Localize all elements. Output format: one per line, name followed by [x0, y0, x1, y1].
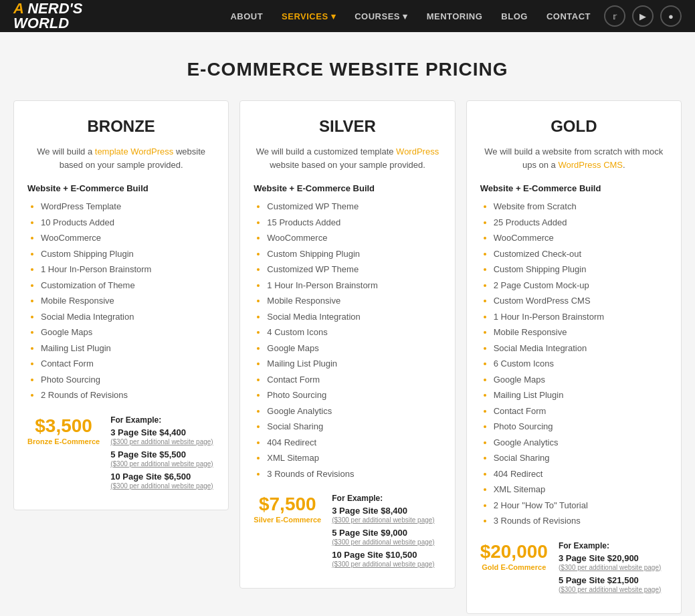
- nav-contact[interactable]: CONTACT: [547, 11, 591, 21]
- bronze-card: BRONZE We will build a template WordPres…: [13, 100, 229, 510]
- bronze-price-sub-2: ($300 per additional website page): [110, 460, 215, 468]
- gold-title: GOLD: [480, 117, 668, 136]
- gold-section-header: Website + E-Commerce Build: [480, 183, 668, 193]
- list-item: 1 Hour In-Person Brainstorm: [494, 310, 668, 324]
- pricing-grid: BRONZE We will build a template WordPres…: [0, 100, 695, 616]
- list-item: Google Maps: [494, 373, 668, 387]
- gold-price-main: $20,000 Gold E-Commerce: [480, 541, 548, 572]
- list-item: 404 Redirect: [494, 468, 668, 481]
- twitter-icon[interactable]: 𝕣: [604, 5, 625, 27]
- list-item: Google Maps: [267, 342, 441, 355]
- bronze-price-label: Bronze E-Commerce: [27, 437, 100, 446]
- bronze-section-header: Website + E-Commerce Build: [27, 183, 215, 193]
- list-item: Customized WP Theme: [267, 200, 441, 213]
- gold-card: GOLD We will build a website from scratc…: [466, 100, 682, 614]
- silver-card: SILVER We will build a customized templa…: [239, 100, 455, 589]
- list-item: 15 Products Added: [267, 216, 441, 229]
- list-item: Custom WordPress CMS: [494, 294, 668, 308]
- silver-price-sub-1: ($300 per additional website page): [332, 516, 441, 524]
- silver-desc: We will build a customized template Word…: [254, 145, 441, 171]
- bronze-pricing: $3,500 Bronze E-Commerce For Example: 3 …: [27, 415, 215, 494]
- site-logo[interactable]: A NERD'SWORLD: [13, 1, 82, 31]
- list-item: WooCommerce: [267, 231, 441, 245]
- list-item: Mobile Responsive: [267, 294, 441, 308]
- list-item: XML Sitemap: [494, 483, 668, 496]
- list-item: Contact Form: [267, 373, 441, 387]
- silver-desc-link[interactable]: WordPress: [396, 146, 439, 157]
- list-item: Contact Form: [41, 357, 215, 371]
- bronze-price-examples: For Example: 3 Page Site $4,400 ($300 pe…: [110, 415, 215, 494]
- silver-price-main: $7,500 Silver E-Commerce: [254, 494, 321, 524]
- bronze-desc: We will build a template WordPress websi…: [27, 145, 215, 171]
- bronze-price-row-2: 5 Page Site $5,500: [110, 449, 215, 459]
- instagram-icon[interactable]: ●: [660, 5, 682, 27]
- list-item: Mobile Responsive: [494, 326, 668, 339]
- gold-desc-link[interactable]: WordPress CMS: [558, 160, 623, 170]
- nav-services[interactable]: SERVICES ▾: [282, 11, 336, 21]
- list-item: 1 Hour In-Person Brainstorm: [267, 279, 441, 292]
- social-icons: 𝕣 ▶ ●: [604, 5, 682, 27]
- bronze-price-sub-1: ($300 per additional website page): [110, 438, 215, 445]
- list-item: Customized Check-out: [494, 247, 668, 261]
- gold-price-label: Gold E-Commerce: [480, 562, 548, 572]
- nav-blog[interactable]: BLOG: [501, 11, 528, 21]
- bronze-for-example: For Example:: [110, 415, 215, 425]
- bronze-feature-list: WordPress Template 10 Products Added Woo…: [27, 200, 215, 402]
- list-item: Customization of Theme: [41, 279, 215, 292]
- silver-pricing: $7,500 Silver E-Commerce For Example: 3 …: [254, 494, 441, 572]
- list-item: XML Sitemap: [267, 451, 441, 465]
- navbar: A NERD'SWORLD ABOUT SERVICES ▾ COURSES ▾…: [0, 0, 695, 32]
- list-item: Mailing List Plugin: [494, 389, 668, 402]
- list-item: Mailing List Plugin: [267, 357, 441, 371]
- list-item: 1 Hour In-Person Brainstorm: [41, 263, 215, 276]
- list-item: 3 Rounds of Revisions: [494, 514, 668, 528]
- list-item: Google Analytics: [267, 405, 441, 418]
- list-item: 4 Custom Icons: [267, 326, 441, 339]
- list-item: 404 Redirect: [267, 436, 441, 449]
- list-item: Social Media Integration: [267, 310, 441, 324]
- nav-courses[interactable]: COURSES ▾: [355, 11, 407, 21]
- list-item: WooCommerce: [494, 231, 668, 245]
- silver-price-row-2: 5 Page Site $9,000: [332, 528, 441, 538]
- nav-about[interactable]: ABOUT: [230, 11, 263, 21]
- list-item: WordPress Template: [41, 200, 215, 213]
- list-item: 25 Products Added: [494, 216, 668, 229]
- list-item: 2 Rounds of Revisions: [41, 389, 215, 402]
- list-item: Website from Scratch: [494, 200, 668, 213]
- youtube-icon[interactable]: ▶: [632, 5, 654, 27]
- list-item: Contact Form: [494, 405, 668, 418]
- gold-feature-list: Website from Scratch 25 Products Added W…: [480, 200, 668, 528]
- silver-feature-list: Customized WP Theme 15 Products Added Wo…: [254, 200, 441, 480]
- nav-mentoring[interactable]: MENTORING: [427, 11, 483, 21]
- silver-price-examples: For Example: 3 Page Site $8,400 ($300 pe…: [332, 494, 441, 572]
- list-item: Photo Sourcing: [494, 420, 668, 433]
- list-item: Custom Shipping Plugin: [267, 247, 441, 261]
- gold-for-example: For Example:: [559, 541, 668, 550]
- gold-price-sub-1: ($300 per additional website page): [559, 564, 668, 571]
- silver-price-amount: $7,500: [254, 494, 321, 515]
- list-item: 2 Hour "How To" Tutorial: [494, 499, 668, 512]
- list-item: 3 Rounds of Revisions: [267, 468, 441, 481]
- bronze-title: BRONZE: [27, 117, 215, 136]
- gold-desc: We will build a website from scratch wit…: [480, 145, 668, 171]
- silver-price-row-3: 10 Page Site $10,500: [332, 550, 441, 560]
- list-item: Google Analytics: [494, 436, 668, 449]
- gold-price-examples: For Example: 3 Page Site $20,900 ($300 p…: [559, 541, 668, 597]
- bronze-price-amount: $3,500: [27, 415, 100, 437]
- list-item: WooCommerce: [41, 231, 215, 245]
- silver-price-label: Silver E-Commerce: [254, 515, 321, 524]
- silver-section-header: Website + E-Commerce Build: [254, 183, 441, 193]
- bronze-price-sub-3: ($300 per additional website page): [110, 482, 215, 490]
- bronze-desc-link[interactable]: template WordPress: [95, 146, 174, 157]
- silver-price-sub-2: ($300 per additional website page): [332, 538, 441, 546]
- list-item: 2 Page Custom Mock-up: [494, 279, 668, 292]
- list-item: Google Maps: [41, 326, 215, 339]
- page-title: E-COMMERCE WEBSITE PRICING: [0, 32, 695, 100]
- silver-for-example: For Example:: [332, 494, 441, 503]
- list-item: Social Media Integration: [41, 310, 215, 324]
- list-item: Mailing List Plugin: [41, 342, 215, 355]
- gold-price-row-1: 3 Page Site $20,900: [559, 553, 668, 563]
- list-item: 10 Products Added: [41, 216, 215, 229]
- gold-price-row-2: 5 Page Site $21,500: [559, 575, 668, 585]
- silver-title: SILVER: [254, 117, 441, 136]
